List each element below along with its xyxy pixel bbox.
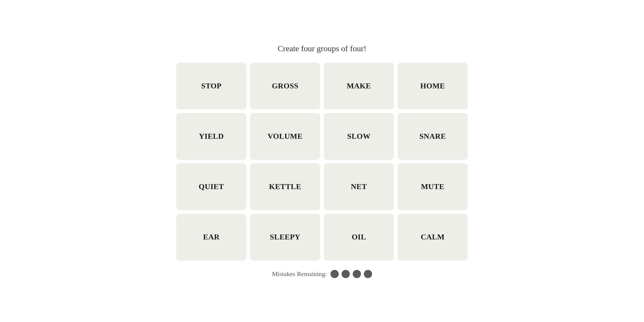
mistakes-label: Mistakes Remaining: [272,270,327,278]
word-card-slow[interactable]: SLOW [324,113,394,160]
word-card-home[interactable]: HOME [398,63,468,109]
word-label-oil: OIL [352,233,366,242]
word-card-kettle[interactable]: KETTLE [250,163,320,210]
word-label-volume: VOLUME [268,132,303,141]
word-card-mute[interactable]: MUTE [398,163,468,210]
word-card-make[interactable]: MAKE [324,63,394,109]
word-label-stop: STOP [201,82,222,90]
word-card-gross[interactable]: GROSS [250,63,320,109]
word-label-quiet: QUIET [199,182,224,191]
word-label-net: NET [351,182,367,191]
mistakes-section: Mistakes Remaining: [272,270,372,278]
word-card-calm[interactable]: CALM [398,214,468,261]
word-label-yield: YIELD [199,132,224,141]
word-card-sleepy[interactable]: SLEEPY [250,214,320,261]
word-card-stop[interactable]: STOP [176,63,246,109]
word-card-quiet[interactable]: QUIET [176,163,246,210]
word-label-gross: GROSS [272,82,299,90]
word-card-snare[interactable]: SNARE [398,113,468,160]
mistakes-dots [330,270,372,278]
word-label-snare: SNARE [419,132,446,141]
word-label-mute: MUTE [421,182,444,191]
word-card-yield[interactable]: YIELD [176,113,246,160]
mistake-dot-3 [353,270,361,278]
game-container: Create four groups of four! STOPGROSSMAK… [0,44,644,278]
word-label-home: HOME [420,82,445,90]
game-subtitle: Create four groups of four! [278,44,366,53]
mistake-dot-2 [342,270,350,278]
word-label-sleepy: SLEEPY [270,233,300,242]
word-card-net[interactable]: NET [324,163,394,210]
word-card-ear[interactable]: EAR [176,214,246,261]
word-label-slow: SLOW [347,132,371,141]
mistake-dot-1 [330,270,339,278]
word-label-ear: EAR [203,233,220,242]
word-card-oil[interactable]: OIL [324,214,394,261]
word-card-volume[interactable]: VOLUME [250,113,320,160]
word-grid: STOPGROSSMAKEHOMEYIELDVOLUMESLOWSNAREQUI… [176,63,468,261]
word-label-make: MAKE [347,82,371,90]
word-label-kettle: KETTLE [269,182,301,191]
word-label-calm: CALM [421,233,445,242]
mistake-dot-4 [364,270,372,278]
